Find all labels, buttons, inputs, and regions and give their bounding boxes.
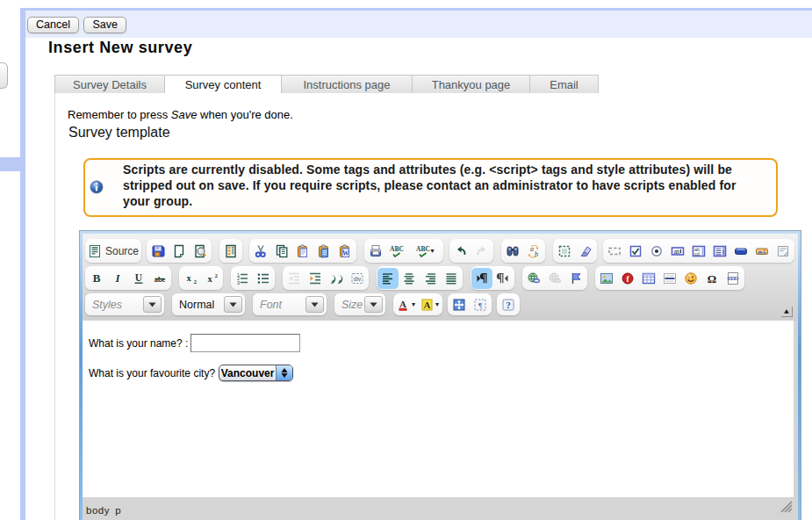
hidden-field-button[interactable] bbox=[772, 241, 794, 262]
select-all-button[interactable] bbox=[554, 241, 575, 262]
tab-survey-content[interactable]: Survey content bbox=[165, 75, 282, 94]
bold-button[interactable]: B bbox=[86, 268, 107, 289]
align-justify-icon bbox=[444, 271, 458, 285]
maximize-button[interactable] bbox=[449, 294, 470, 315]
paragraph-format-combo-value: Normal bbox=[172, 299, 224, 311]
image-icon bbox=[600, 271, 614, 285]
resize-grip-icon[interactable] bbox=[780, 500, 793, 515]
text-color-button[interactable]: A▾ bbox=[394, 294, 418, 315]
templates-button[interactable] bbox=[220, 241, 241, 262]
page-break-button[interactable] bbox=[722, 268, 744, 289]
decrease-indent-button[interactable] bbox=[284, 268, 305, 289]
show-blocks-icon: ¶ bbox=[473, 298, 487, 312]
underline-button[interactable]: U bbox=[128, 268, 149, 289]
align-right-button[interactable] bbox=[420, 268, 441, 289]
cut-button[interactable] bbox=[250, 241, 271, 262]
scayt-button[interactable]: ABC▾ bbox=[407, 241, 442, 262]
remove-format-button[interactable] bbox=[575, 241, 596, 262]
text-direction-rtl-button[interactable] bbox=[492, 268, 514, 289]
styles-combo[interactable]: Styles bbox=[85, 293, 164, 315]
about-button[interactable]: ? bbox=[498, 294, 519, 315]
anchor-button[interactable] bbox=[565, 268, 586, 289]
page-break-icon bbox=[726, 271, 740, 285]
show-blocks-button[interactable]: ¶ bbox=[470, 294, 491, 315]
text-direction-ltr-button[interactable] bbox=[471, 268, 492, 289]
source-button[interactable]: Source bbox=[86, 241, 140, 262]
selection-field-button[interactable] bbox=[709, 241, 730, 262]
preview-button[interactable] bbox=[190, 241, 211, 262]
paragraph-format-combo[interactable]: Normal bbox=[172, 293, 245, 315]
styles-combo-value: Styles bbox=[85, 299, 143, 311]
replace-button[interactable]: ab bbox=[523, 241, 544, 262]
svg-text:A: A bbox=[399, 298, 406, 308]
strike-through-button[interactable]: abe bbox=[149, 268, 170, 289]
button-button[interactable] bbox=[730, 241, 751, 262]
subscript-button[interactable]: x2 bbox=[180, 268, 201, 289]
toolbar-group: ¶ bbox=[448, 293, 492, 315]
textarea-button[interactable]: abcd bbox=[688, 241, 709, 262]
city-select[interactable]: Vancouver bbox=[219, 365, 293, 381]
checkbox-button[interactable] bbox=[625, 241, 646, 262]
save-button[interactable] bbox=[147, 241, 169, 262]
paste-from-word-button[interactable]: W bbox=[334, 241, 356, 262]
tab-survey-details[interactable]: Survey Details bbox=[54, 75, 165, 93]
align-center-button[interactable] bbox=[399, 268, 420, 289]
image-button-button[interactable] bbox=[751, 241, 772, 262]
bulleted-list-button[interactable] bbox=[253, 268, 274, 289]
font-combo-arrow[interactable] bbox=[305, 296, 324, 313]
flash-button[interactable]: f bbox=[617, 268, 638, 289]
undo-button[interactable] bbox=[450, 241, 471, 262]
paste-button[interactable] bbox=[292, 241, 313, 262]
horizontal-rule-icon bbox=[663, 271, 677, 285]
editor-document[interactable]: What is your name? : What is your favour… bbox=[83, 321, 794, 497]
special-character-button[interactable]: Ω bbox=[701, 268, 722, 289]
redo-button[interactable] bbox=[471, 241, 492, 262]
find-button[interactable] bbox=[502, 241, 523, 262]
create-div-button[interactable]: div bbox=[347, 268, 368, 289]
bold-icon: B bbox=[90, 271, 104, 285]
print-button[interactable] bbox=[365, 241, 386, 262]
tab-instructions-page[interactable]: Instructions page bbox=[282, 75, 413, 93]
horizontal-rule-button[interactable] bbox=[659, 268, 680, 289]
text-field-button[interactable]: ab bbox=[667, 241, 688, 262]
font-combo[interactable]: Font bbox=[253, 293, 327, 315]
new-page-button[interactable] bbox=[169, 241, 190, 262]
paragraph-format-combo-arrow[interactable] bbox=[224, 296, 242, 313]
align-justify-button[interactable] bbox=[441, 268, 462, 289]
styles-combo-arrow[interactable] bbox=[143, 296, 162, 313]
link-button[interactable] bbox=[523, 268, 544, 289]
copy-button[interactable] bbox=[271, 241, 292, 262]
print-icon bbox=[369, 244, 383, 258]
align-left-button[interactable] bbox=[377, 268, 399, 289]
collapse-toolbar-button[interactable] bbox=[781, 307, 793, 317]
image-button[interactable] bbox=[596, 268, 617, 289]
numbered-list-button[interactable]: 123 bbox=[232, 268, 253, 289]
name-text-input[interactable] bbox=[190, 334, 300, 352]
svg-text:Ω: Ω bbox=[708, 272, 716, 285]
radio-button-button[interactable] bbox=[646, 241, 667, 262]
size-combo-arrow[interactable] bbox=[364, 296, 383, 313]
smiley-button[interactable] bbox=[680, 268, 701, 289]
toolbar-group: 123 bbox=[231, 266, 275, 290]
save-button[interactable]: Save bbox=[83, 17, 126, 33]
table-button[interactable] bbox=[638, 268, 659, 289]
cancel-button[interactable]: Cancel bbox=[27, 17, 79, 33]
unlink-button[interactable] bbox=[544, 268, 565, 289]
hidden-field-icon bbox=[776, 244, 790, 258]
checkbox-icon bbox=[629, 244, 643, 258]
form-button[interactable] bbox=[604, 241, 625, 262]
button-icon bbox=[734, 244, 748, 258]
toolbar-group bbox=[553, 239, 597, 263]
tab-email[interactable]: Email bbox=[530, 75, 599, 93]
italic-button[interactable]: I bbox=[107, 268, 128, 289]
text-field-icon: ab bbox=[671, 244, 685, 258]
elements-path[interactable]: body p bbox=[86, 505, 121, 516]
check-spelling-button[interactable]: ABC bbox=[386, 241, 407, 262]
size-combo[interactable]: Size bbox=[334, 293, 385, 315]
paste-text-button[interactable] bbox=[313, 241, 334, 262]
tab-thankyou-page[interactable]: Thankyou page bbox=[413, 75, 530, 93]
blockquote-button[interactable] bbox=[326, 268, 347, 289]
increase-indent-button[interactable] bbox=[305, 268, 326, 289]
background-color-button[interactable]: A▾ bbox=[418, 294, 442, 315]
superscript-button[interactable]: x2 bbox=[201, 268, 222, 289]
